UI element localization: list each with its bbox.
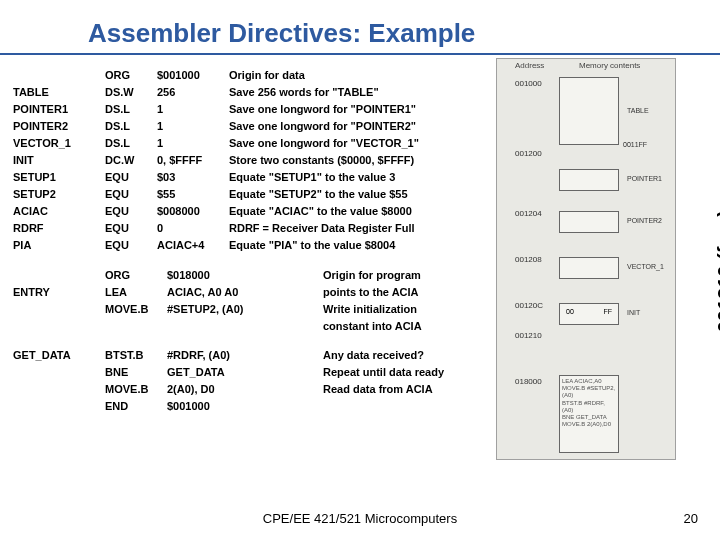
- code-label: RDRF: [13, 220, 105, 237]
- code-label: [13, 364, 105, 381]
- code-op: LEA: [105, 284, 167, 301]
- code-op: ORG: [105, 267, 167, 284]
- code-op: EQU: [105, 220, 157, 237]
- page-number: 20: [684, 511, 698, 526]
- code-line: MOVE.B 2(A0),D0: [562, 421, 616, 428]
- memmap-label: POINTER1: [627, 175, 662, 182]
- code-operand: 1: [157, 101, 229, 118]
- memmap-label: VECTOR_1: [627, 263, 664, 270]
- memmap-block-table: [559, 77, 619, 145]
- code-op: MOVE.B: [105, 301, 167, 318]
- code-operand: 0: [157, 220, 229, 237]
- code-label: ACIAC: [13, 203, 105, 220]
- code-operand: 1: [157, 135, 229, 152]
- slide-footer: CPE/EE 421/521 Microcomputers 20: [0, 511, 720, 526]
- code-op: EQU: [105, 237, 157, 254]
- slide-title: Assembler Directives: Example: [0, 0, 720, 59]
- code-operand: $03: [157, 169, 229, 186]
- memory-map-figure: Address Memory contents 001000 001200 00…: [496, 58, 676, 460]
- memmap-addr: 0011FF: [623, 141, 647, 148]
- code-label: [13, 67, 105, 84]
- course-name: CPE/EE 421/521 Microcomputers: [0, 511, 720, 526]
- code-op: MOVE.B: [105, 381, 167, 398]
- code-label: INIT: [13, 152, 105, 169]
- code-op: DC.W: [105, 152, 157, 169]
- code-label: SETUP2: [13, 186, 105, 203]
- code-operand: GET_DATA: [167, 364, 323, 381]
- code-line: MOVE.B #SETUP2,(A0): [562, 385, 616, 399]
- code-label: POINTER1: [13, 101, 105, 118]
- memmap-addr: 001208: [515, 255, 542, 264]
- code-operand: #RDRF, (A0): [167, 347, 323, 364]
- code-operand: $55: [157, 186, 229, 203]
- memmap-code-block: LEA ACIAC,A0 MOVE.B #SETUP2,(A0) BTST.B …: [559, 375, 619, 453]
- side-annotation: 001210 (free): [714, 210, 720, 332]
- code-label: GET_DATA: [13, 347, 105, 364]
- code-op: EQU: [105, 186, 157, 203]
- code-operand: 1: [157, 118, 229, 135]
- memmap-addr: 018000: [515, 377, 542, 386]
- code-op: DS.W: [105, 84, 157, 101]
- memmap-header-address: Address: [515, 61, 544, 70]
- code-op: END: [105, 398, 167, 415]
- code-operand: 0, $FFFF: [157, 152, 229, 169]
- memmap-label: INIT: [627, 309, 640, 316]
- code-op: DS.L: [105, 118, 157, 135]
- code-operand: $001000: [167, 398, 323, 415]
- memmap-block: [559, 211, 619, 233]
- code-op: DS.L: [105, 135, 157, 152]
- init-val: FF: [603, 308, 612, 315]
- code-op: EQU: [105, 169, 157, 186]
- code-label: [13, 267, 105, 284]
- init-val: 00: [566, 308, 574, 315]
- code-operand: $018000: [167, 267, 323, 284]
- memmap-block-init: 00 FF: [559, 303, 619, 325]
- code-op: BTST.B: [105, 347, 167, 364]
- code-label: POINTER2: [13, 118, 105, 135]
- code-line: BNE GET_DATA: [562, 414, 616, 421]
- code-label: [13, 398, 105, 415]
- code-op: [105, 318, 167, 335]
- code-operand: 2(A0), D0: [167, 381, 323, 398]
- code-line: BTST.B #RDRF,(A0): [562, 400, 616, 414]
- code-label: TABLE: [13, 84, 105, 101]
- code-operand: ACIAC+4: [157, 237, 229, 254]
- memmap-label: TABLE: [627, 107, 649, 114]
- code-operand: $001000: [157, 67, 229, 84]
- code-label: SETUP1: [13, 169, 105, 186]
- code-label: PIA: [13, 237, 105, 254]
- code-label: [13, 301, 105, 318]
- memmap-label: POINTER2: [627, 217, 662, 224]
- title-underline: [0, 53, 720, 55]
- memmap-addr: 001000: [515, 79, 542, 88]
- memmap-addr: 001204: [515, 209, 542, 218]
- code-operand: ACIAC, A0 A0: [167, 284, 323, 301]
- memmap-header-contents: Memory contents: [579, 61, 640, 70]
- code-operand: #SETUP2, (A0): [167, 301, 323, 318]
- code-label: [13, 318, 105, 335]
- memmap-addr: 00120C: [515, 301, 543, 310]
- code-label: [13, 381, 105, 398]
- code-op: ORG: [105, 67, 157, 84]
- code-label: VECTOR_1: [13, 135, 105, 152]
- code-op: BNE: [105, 364, 167, 381]
- code-op: EQU: [105, 203, 157, 220]
- memmap-block: [559, 169, 619, 191]
- memmap-block: [559, 257, 619, 279]
- code-label: ENTRY: [13, 284, 105, 301]
- memmap-addr: 001210: [515, 331, 542, 340]
- code-operand: [167, 318, 323, 335]
- code-operand: $008000: [157, 203, 229, 220]
- code-op: DS.L: [105, 101, 157, 118]
- code-operand: 256: [157, 84, 229, 101]
- code-line: LEA ACIAC,A0: [562, 378, 616, 385]
- memmap-addr: 001200: [515, 149, 542, 158]
